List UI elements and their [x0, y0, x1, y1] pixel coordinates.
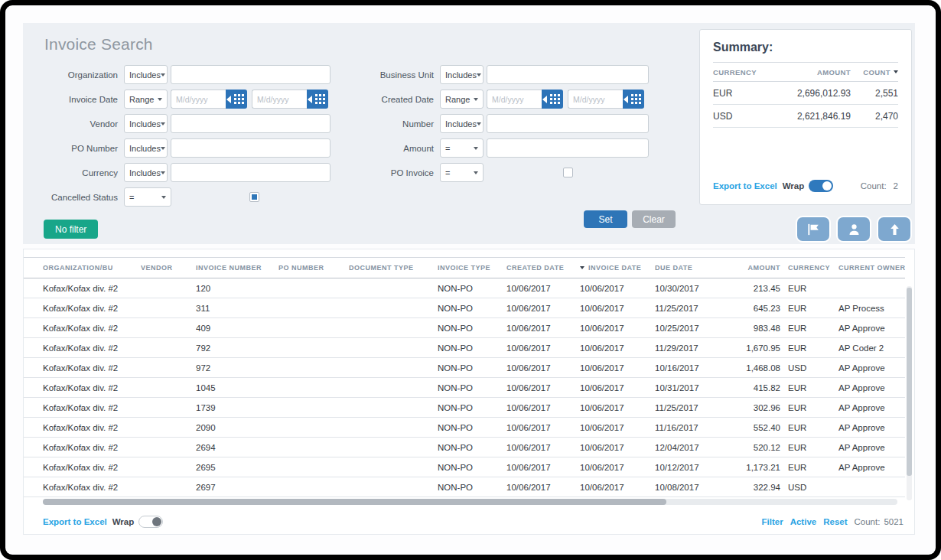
table-row[interactable]: Kofax/Kofax div. #2 792 NON-PO 10/06/201…	[24, 338, 905, 358]
vendor-input[interactable]	[171, 114, 330, 133]
col-current-owner[interactable]: CURRENT OWNER	[838, 264, 905, 272]
table-export-to-excel-link[interactable]: Export to Excel	[43, 517, 107, 526]
upload-button[interactable]	[877, 216, 912, 243]
business-unit-input[interactable]	[487, 65, 649, 84]
created-date-to-input[interactable]	[568, 90, 623, 109]
user-button[interactable]	[836, 216, 871, 243]
reset-link[interactable]: Reset	[823, 517, 847, 526]
horizontal-scrollbar-thumb[interactable]	[43, 499, 666, 505]
number-input[interactable]	[487, 114, 649, 133]
chevron-down-icon	[161, 196, 166, 199]
vertical-scrollbar-thumb[interactable]	[907, 288, 912, 476]
table-row[interactable]: Kofax/Kofax div. #2 2694 NON-PO 10/06/20…	[24, 438, 905, 457]
amount-label: Amount	[348, 144, 440, 153]
table-row[interactable]: Kofax/Kofax div. #2 2695 NON-PO 10/06/20…	[24, 457, 905, 477]
cell-amount: 213.45	[725, 284, 780, 293]
summary-col-count[interactable]: COUNT	[851, 68, 898, 77]
created-date-operator-select[interactable]: Range	[440, 90, 484, 109]
amount-input[interactable]	[487, 138, 649, 158]
table-row[interactable]: Kofax/Kofax div. #2 409 NON-PO 10/06/201…	[24, 318, 905, 338]
col-due-date[interactable]: DUE DATE	[655, 264, 725, 272]
no-filter-button[interactable]: No filter	[44, 220, 98, 239]
invoice-results-table: ORGANIZATION/BU VENDOR INVOICE NUMBER PO…	[23, 249, 915, 535]
cancelled-status-checkbox[interactable]	[249, 192, 259, 202]
summary-export-to-excel-link[interactable]: Export to Excel	[713, 181, 777, 190]
created-date-from-input[interactable]	[487, 90, 542, 109]
cell-created-date: 10/06/2017	[506, 483, 580, 492]
po-invoice-checkbox[interactable]	[563, 168, 573, 177]
calendar-button[interactable]	[307, 90, 328, 109]
invoice-date-from-input[interactable]	[171, 90, 226, 109]
sort-desc-icon	[894, 70, 898, 73]
clear-button[interactable]: Clear	[632, 210, 676, 228]
col-created-date[interactable]: CREATED DATE	[506, 264, 580, 272]
filter-link[interactable]: Filter	[762, 517, 783, 526]
col-invoice-type[interactable]: INVOICE TYPE	[438, 264, 506, 272]
table-row[interactable]: Kofax/Kofax div. #2 1739 NON-PO 10/06/20…	[24, 398, 905, 418]
col-document-type[interactable]: DOCUMENT TYPE	[349, 264, 438, 272]
horizontal-scrollbar[interactable]	[43, 499, 897, 505]
invoice-date-to-input[interactable]	[252, 90, 307, 109]
active-link[interactable]: Active	[790, 517, 817, 526]
col-invoice-date[interactable]: INVOICE DATE	[580, 264, 655, 272]
table-wrap-toggle[interactable]	[138, 516, 163, 528]
po-number-input[interactable]	[171, 138, 330, 158]
calendar-notch-icon	[624, 96, 628, 103]
table-body: Kofax/Kofax div. #2 120 NON-PO 10/06/201…	[24, 278, 905, 497]
po-invoice-operator-select[interactable]: =	[440, 163, 484, 182]
calendar-button[interactable]	[623, 90, 644, 109]
flag-button[interactable]	[796, 216, 831, 243]
organization-operator-select[interactable]: Includes	[124, 65, 168, 84]
col-po-number[interactable]: PO NUMBER	[278, 264, 349, 272]
table-row[interactable]: Kofax/Kofax div. #2 2090 NON-PO 10/06/20…	[24, 418, 905, 438]
cell-organization-bu: Kofax/Kofax div. #2	[43, 463, 141, 472]
currency-operator-select[interactable]: Includes	[124, 163, 168, 182]
amount-operator-select[interactable]: =	[440, 138, 484, 158]
col-currency[interactable]: CURRENCY	[780, 264, 838, 272]
summary-cell-count: 2,470	[851, 111, 898, 122]
invoice-date-operator-select[interactable]: Range	[124, 90, 168, 109]
cell-amount: 322.94	[725, 483, 780, 492]
currency-input[interactable]	[171, 163, 330, 182]
table-row[interactable]: Kofax/Kofax div. #2 972 NON-PO 10/06/201…	[24, 358, 905, 378]
col-amount[interactable]: AMOUNT	[725, 264, 780, 272]
cell-current-owner: AP Coder 2	[838, 343, 905, 353]
business-unit-operator-select[interactable]: Includes	[440, 65, 484, 84]
vertical-scrollbar[interactable]	[907, 286, 912, 500]
vendor-operator-select[interactable]: Includes	[124, 114, 168, 133]
summary-cell-currency: EUR	[713, 88, 767, 99]
cell-invoice-date: 10/06/2017	[580, 403, 655, 412]
summary-col-amount[interactable]: AMOUNT	[767, 68, 851, 77]
col-invoice-number[interactable]: INVOICE NUMBER	[196, 264, 278, 272]
business-unit-label: Business Unit	[348, 70, 440, 80]
summary-cell-currency: USD	[713, 111, 767, 122]
table-row[interactable]: Kofax/Kofax div. #2 1045 NON-PO 10/06/20…	[24, 378, 905, 398]
created-date-from-widget	[487, 90, 563, 109]
cell-amount: 302.96	[725, 403, 780, 412]
po-number-operator-select[interactable]: Includes	[124, 138, 168, 158]
vendor-label: Vendor	[32, 119, 124, 129]
cell-due-date: 10/16/2017	[655, 363, 725, 373]
table-row[interactable]: Kofax/Kofax div. #2 2697 NON-PO 10/06/20…	[24, 477, 905, 497]
field-row-currency: Currency Includes	[32, 163, 334, 182]
checkbox-indeterminate-mark	[252, 194, 257, 200]
chevron-down-icon	[477, 73, 481, 77]
cell-invoice-type: NON-PO	[438, 284, 506, 293]
summary-wrap-toggle[interactable]	[809, 180, 833, 192]
summary-col-currency[interactable]: CURRENCY	[713, 68, 767, 77]
calendar-button[interactable]	[226, 90, 247, 109]
col-organization-bu[interactable]: ORGANIZATION/BU	[43, 264, 141, 272]
table-row[interactable]: Kofax/Kofax div. #2 311 NON-PO 10/06/201…	[24, 298, 905, 318]
cell-currency: EUR	[780, 284, 838, 293]
table-row[interactable]: Kofax/Kofax div. #2 120 NON-PO 10/06/201…	[24, 278, 905, 298]
col-vendor[interactable]: VENDOR	[141, 264, 196, 272]
cell-invoice-type: NON-PO	[438, 324, 506, 333]
summary-title: Summary:	[713, 41, 898, 54]
set-button[interactable]: Set	[584, 210, 627, 228]
cell-amount: 415.82	[725, 383, 780, 392]
cancelled-status-operator-select[interactable]: =	[124, 187, 171, 207]
number-operator-select[interactable]: Includes	[440, 114, 484, 133]
calendar-button[interactable]	[542, 90, 563, 109]
cell-invoice-date: 10/06/2017	[580, 324, 655, 333]
organization-input[interactable]	[171, 65, 330, 84]
